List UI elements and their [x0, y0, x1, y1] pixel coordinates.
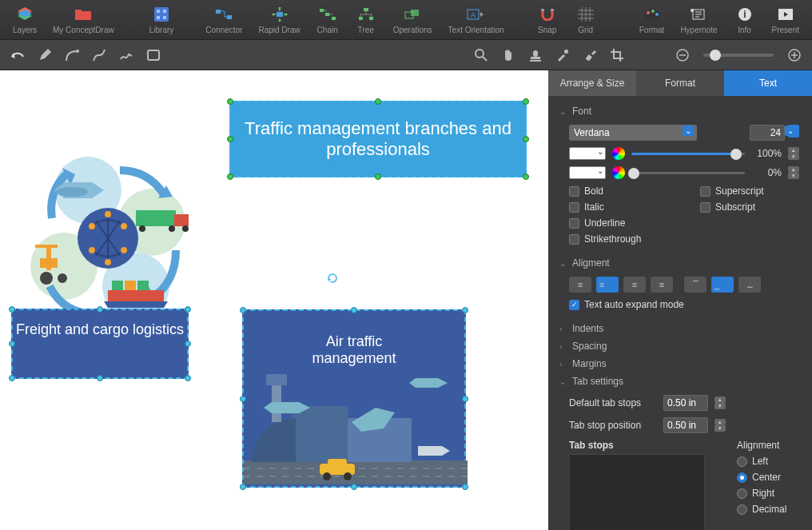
svg-point-11: [285, 14, 287, 16]
textorientation-label: Text Orientation: [448, 26, 504, 34]
present-label: Present: [772, 26, 799, 34]
section-spacing-header[interactable]: ›Spacing: [559, 337, 802, 355]
opacity-stepper-2[interactable]: ▴▾: [788, 166, 799, 179]
section-alignment-header[interactable]: ⌄Aligment: [559, 254, 802, 272]
font-size-input[interactable]: [750, 125, 785, 141]
hypernote-button[interactable]: Hypernote: [674, 3, 723, 36]
zoom-slider[interactable]: [703, 54, 774, 57]
svg-point-35: [476, 50, 484, 58]
svg-rect-55: [174, 214, 189, 226]
bezier-icon[interactable]: [91, 47, 107, 63]
section-font-header[interactable]: ⌄Font: [559, 102, 802, 120]
section-indents-header[interactable]: ›Indents: [559, 320, 802, 337]
svg-point-51: [121, 247, 127, 253]
svg-rect-64: [46, 246, 51, 270]
svg-rect-3: [157, 16, 160, 19]
shape-box-1[interactable]: Traffic management branches and professi…: [229, 101, 527, 177]
svg-rect-68: [244, 460, 468, 484]
opacity-stepper-1[interactable]: ▴▾: [788, 147, 799, 160]
myconceptdraw-button[interactable]: My ConceptDraw: [46, 3, 121, 36]
svg-point-66: [40, 272, 53, 285]
connector-icon: [214, 5, 233, 24]
tab-text[interactable]: Text: [724, 70, 812, 96]
section-tabs-header[interactable]: ⌄Tab settings: [559, 373, 802, 390]
chevron-down-icon: ⌄: [559, 377, 567, 386]
grid-button[interactable]: Grid: [568, 3, 603, 36]
opacity-slider-1[interactable]: [631, 153, 745, 155]
textorientation-icon: A: [467, 5, 486, 24]
tab-stops-table[interactable]: [569, 454, 705, 530]
h-align-buttons[interactable]: ≡≡≡≡: [569, 277, 673, 293]
myconceptdraw-label: My ConceptDraw: [53, 26, 114, 34]
zoom-in-icon[interactable]: [786, 47, 802, 63]
svg-point-27: [655, 13, 659, 16]
tab-arrange[interactable]: Arrange & Size: [548, 70, 636, 96]
rotate-handle-icon[interactable]: [326, 272, 339, 285]
info-button[interactable]: i Info: [727, 3, 762, 36]
section-margins-header[interactable]: ›Margins: [559, 355, 802, 373]
brush-icon[interactable]: [582, 47, 598, 63]
text-color-swatch[interactable]: [569, 147, 606, 160]
undo-icon[interactable]: [10, 47, 26, 63]
tab-position-input[interactable]: [663, 417, 708, 433]
underline-checkbox[interactable]: [569, 218, 579, 229]
connector-button[interactable]: Connector: [199, 3, 249, 36]
strike-checkbox[interactable]: [569, 234, 579, 245]
hypernote-icon: [689, 5, 708, 24]
default-stops-input[interactable]: [663, 395, 708, 411]
operations-button[interactable]: Operations: [387, 3, 439, 36]
superscript-checkbox[interactable]: [700, 186, 710, 197]
font-family-select[interactable]: Verdana: [569, 125, 697, 141]
present-button[interactable]: Present: [766, 3, 806, 36]
bold-checkbox[interactable]: [569, 186, 579, 197]
textorientation-button[interactable]: A Text Orientation: [442, 3, 511, 36]
svg-point-25: [647, 11, 650, 14]
tree-icon: [356, 5, 376, 24]
connector-label: Connector: [205, 26, 242, 34]
auto-expand-checkbox[interactable]: ✓: [569, 300, 579, 310]
layers-button[interactable]: Layers: [6, 3, 43, 36]
cycle-graphic: [16, 134, 216, 334]
tab-format[interactable]: Format: [636, 70, 724, 96]
magnifier-icon[interactable]: [473, 47, 489, 63]
color-wheel-icon-2[interactable]: [612, 166, 625, 179]
bg-color-swatch[interactable]: [569, 166, 606, 179]
tab-position-stepper[interactable]: ▴▾: [714, 419, 726, 432]
freehand-icon[interactable]: [118, 47, 134, 63]
svg-point-53: [56, 187, 88, 197]
eyedropper-icon[interactable]: [555, 47, 571, 63]
align-right-radio[interactable]: [737, 488, 747, 499]
svg-point-75: [323, 472, 331, 480]
tree-button[interactable]: Tree: [348, 3, 384, 36]
curve-icon[interactable]: [64, 47, 80, 63]
default-stops-stepper[interactable]: ▴▾: [714, 397, 726, 409]
zoom-out-icon[interactable]: [675, 47, 691, 63]
rect-icon[interactable]: [145, 47, 161, 63]
crop-icon[interactable]: [609, 47, 625, 63]
align-left-radio[interactable]: [737, 456, 747, 467]
rapiddraw-button[interactable]: Rapid Draw: [252, 3, 306, 36]
chain-button[interactable]: Chain: [310, 3, 345, 36]
svg-rect-12: [320, 9, 324, 12]
library-button[interactable]: Library: [143, 3, 181, 36]
stamp-icon[interactable]: [527, 47, 543, 63]
chain-label: Chain: [317, 26, 338, 34]
shape-box-3[interactable]: Air traffic management: [242, 309, 466, 488]
pencil-icon[interactable]: [37, 47, 53, 63]
canvas[interactable]: Traffic management branches and professi…: [0, 70, 548, 530]
v-align-buttons[interactable]: ⎺⎯⎽: [684, 277, 761, 293]
format-button[interactable]: Format: [633, 3, 671, 36]
italic-checkbox[interactable]: [569, 202, 579, 213]
rapiddraw-label: Rapid Draw: [258, 26, 300, 34]
subscript-checkbox[interactable]: [700, 202, 710, 213]
tree-label: Tree: [358, 26, 374, 34]
svg-point-57: [169, 225, 175, 232]
shape-box-2[interactable]: Freight and cargo logistics: [11, 309, 189, 379]
hand-icon[interactable]: [500, 47, 516, 63]
align-center-radio[interactable]: [737, 472, 747, 483]
align-decimal-radio[interactable]: [737, 504, 747, 515]
opacity-slider-2[interactable]: [631, 172, 745, 174]
color-wheel-icon[interactable]: [612, 147, 625, 160]
snap-button[interactable]: Snap: [530, 3, 565, 36]
svg-rect-74: [328, 459, 347, 465]
